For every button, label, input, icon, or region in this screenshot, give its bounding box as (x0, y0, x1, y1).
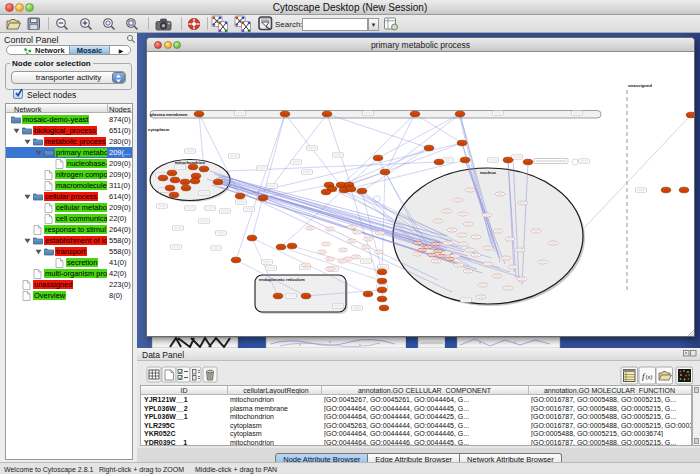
svg-text:endoplasmic reticulum: endoplasmic reticulum (259, 277, 305, 282)
svg-text:plasma membrane: plasma membrane (150, 112, 188, 117)
svg-text:nucleus: nucleus (480, 170, 497, 175)
svg-text:cytoplasm: cytoplasm (148, 127, 169, 132)
svg-text:unassigned: unassigned (628, 83, 652, 88)
svg-text:(x): (x) (646, 374, 653, 380)
